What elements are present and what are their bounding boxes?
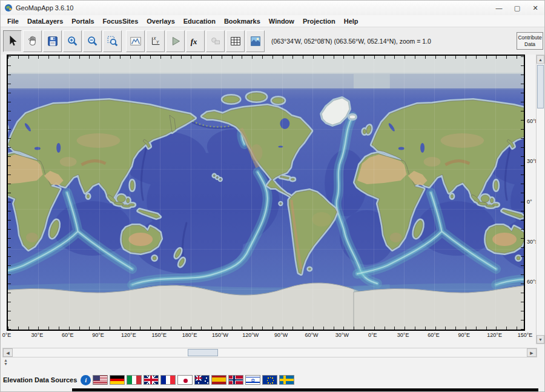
xy-plot-button[interactable]: XY (146, 30, 165, 52)
flag-european-union[interactable] (262, 375, 277, 385)
flag-italy[interactable] (127, 375, 142, 385)
lon-label: 60°W (305, 332, 318, 338)
lon-label: 0°E (2, 332, 12, 338)
menu-bar: File DataLayers Portals FocusSites Overl… (1, 15, 544, 27)
lon-label: 0°E (368, 332, 377, 338)
bottom-divider-bar (72, 388, 538, 392)
scroll-right-button[interactable]: ▶ (527, 348, 537, 357)
shapes-icon (209, 35, 222, 48)
pan-tool-button[interactable] (23, 30, 42, 52)
lon-label: 30°W (335, 332, 349, 338)
elevation-sources-label: Elevation Data Sources (3, 376, 77, 384)
flag-spain[interactable] (211, 375, 226, 385)
info-icon[interactable] (81, 375, 91, 385)
lon-label: 60°E (428, 332, 440, 338)
scroll-up-button[interactable]: ▲ (537, 55, 544, 64)
lat-label: 0° (527, 199, 532, 205)
tool-bar: XY fx (063°34'W, 052°08'N) (063.56°W, 05… (1, 27, 544, 55)
magnifier-minus-icon (86, 35, 99, 48)
zoom-box-button[interactable] (103, 30, 122, 52)
minimize-button[interactable]: — (490, 1, 508, 15)
flag-germany[interactable] (110, 375, 125, 385)
maximize-button[interactable]: ▢ (508, 1, 526, 15)
shapes-button-disabled (206, 30, 225, 52)
title-bar: GeoMapApp 3.6.10 — ▢ ✕ (1, 1, 544, 15)
app-logo-icon (4, 4, 13, 12)
save-button[interactable] (43, 30, 62, 52)
digitize-button[interactable] (166, 30, 185, 52)
lon-label: 120°W (242, 332, 259, 338)
fx-icon: fx (189, 35, 202, 48)
menu-window[interactable]: Window (265, 18, 299, 25)
status-bar: Elevation Data Sources (1, 371, 544, 388)
lon-label: 120°E (487, 332, 502, 338)
menu-education[interactable]: Education (179, 18, 220, 25)
flag-japan[interactable] (177, 375, 193, 385)
close-button[interactable]: ✕ (526, 1, 544, 15)
lon-label: 30°E (31, 332, 44, 338)
map-viewport[interactable] (7, 55, 525, 331)
horizontal-scrollbar[interactable]: ◀ ▶ (2, 348, 537, 357)
menu-overlays[interactable]: Overlays (142, 18, 179, 25)
magnifier-plus-icon (66, 35, 79, 48)
flag-sweden[interactable] (279, 375, 294, 385)
profile-tool-button[interactable] (126, 30, 145, 52)
longitude-axis-labels: 0°E 30°E 60°E 90°E 120°E 150°E 180°E 150… (7, 332, 525, 339)
lon-label: 90°W (274, 332, 288, 338)
lon-label: 150°E (151, 332, 167, 338)
flag-united-kingdom[interactable] (144, 375, 159, 385)
lon-label: 90°E (92, 332, 104, 338)
cursor-coordinates-readout: (063°34'W, 052°08'N) (063.56°W, 052.14°N… (271, 38, 431, 45)
zoom-out-button[interactable] (83, 30, 102, 52)
lon-label: 150°W (212, 332, 228, 338)
menu-portals[interactable]: Portals (67, 18, 98, 25)
flag-norway[interactable] (228, 375, 243, 385)
pointer-icon (6, 35, 19, 48)
contribute-data-button[interactable]: Contribute Data (517, 32, 543, 49)
function-button[interactable]: fx (186, 30, 205, 52)
menu-help[interactable]: Help (340, 18, 363, 25)
menu-projection[interactable]: Projection (299, 18, 340, 25)
grid-icon (229, 35, 242, 48)
menu-focussites[interactable]: FocusSites (99, 18, 143, 25)
lon-label: 180°E (182, 332, 197, 338)
grid-table-button[interactable] (226, 30, 245, 52)
lon-label: 120°E (121, 332, 136, 338)
flag-israel[interactable] (245, 375, 260, 385)
menu-bookmarks[interactable]: Bookmarks (220, 18, 265, 25)
svg-text:fx: fx (190, 37, 197, 45)
vertical-scrollbar[interactable]: ▲ ▼ (536, 55, 545, 344)
flag-australia[interactable] (194, 375, 210, 385)
vertical-scroll-thumb[interactable] (537, 65, 544, 108)
flag-france[interactable] (160, 375, 176, 385)
image-layers-button[interactable] (246, 30, 265, 52)
play-arrow-icon (169, 35, 182, 48)
lon-label: 60°E (62, 332, 74, 338)
zoom-in-button[interactable] (63, 30, 82, 52)
panel-splitter-toggle[interactable]: ▲▼ (4, 359, 8, 366)
window-title: GeoMapApp 3.6.10 (16, 4, 73, 12)
lon-label: 150°E (518, 332, 533, 338)
horizontal-scroll-thumb[interactable] (188, 349, 218, 356)
app-window: GeoMapApp 3.6.10 — ▢ ✕ File DataLayers P… (0, 0, 545, 392)
menu-file[interactable]: File (3, 18, 23, 25)
magnifier-box-icon (106, 35, 119, 48)
lon-label: 30°E (397, 332, 409, 338)
floppy-disk-icon (46, 35, 59, 48)
map-image-icon (249, 35, 262, 48)
lon-label: 90°E (458, 332, 470, 338)
select-tool-button[interactable] (3, 30, 22, 52)
profile-chart-icon (129, 35, 142, 48)
world-map[interactable] (8, 56, 524, 330)
menu-datalayers[interactable]: DataLayers (23, 18, 67, 25)
scroll-left-button[interactable]: ◀ (3, 348, 13, 357)
flag-usa[interactable] (93, 375, 108, 385)
scroll-down-button[interactable]: ▼ (537, 335, 544, 344)
xy-axes-icon: XY (149, 35, 162, 48)
svg-text:Y: Y (156, 39, 159, 44)
hand-icon (26, 35, 39, 48)
